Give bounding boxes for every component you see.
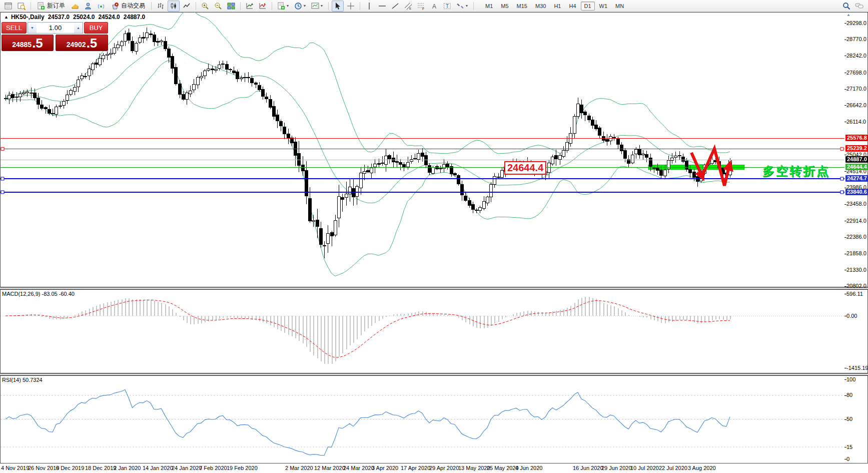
channel-letter: E (409, 7, 411, 10)
ohlc-close: 24887.0 (124, 14, 145, 21)
collapse-panel-icon[interactable]: ▲ (4, 15, 9, 20)
timeframe-m30[interactable]: M30 (532, 2, 549, 11)
signals-icon[interactable] (95, 1, 107, 12)
toolbar-separator (272, 2, 272, 10)
panel-splitter[interactable] (0, 287, 868, 289)
macd-panel[interactable] (0, 289, 868, 373)
new-order-icon (37, 2, 45, 10)
search-icon[interactable] (840, 1, 852, 12)
toolbar-separator (240, 2, 241, 10)
text-letter: A (432, 3, 436, 10)
toolbar-separator (196, 2, 196, 10)
buy-price[interactable]: 24902 .5 (56, 35, 108, 51)
line-chart-type-icon[interactable] (181, 1, 193, 12)
volume-decrease-button[interactable]: ▼ (28, 23, 37, 33)
toolbar-separator (151, 2, 152, 10)
sell-button[interactable]: SELL (2, 22, 27, 34)
volume-increase-button[interactable]: ▲ (74, 23, 83, 33)
timeframe-group: M1M5M15M30H1H4D1W1MN (481, 2, 628, 11)
add-indicator-dropdown[interactable]: ▼ (275, 1, 291, 12)
zoom-out-icon[interactable] (212, 1, 224, 12)
new-order-label: 新订单 (47, 2, 65, 10)
price-annotation-box[interactable]: 24644.4 (504, 161, 546, 175)
toolbar-separator (328, 2, 329, 10)
chevron-down-icon: ▼ (320, 4, 324, 8)
crosshair-tool-icon[interactable] (345, 1, 357, 12)
templates-dropdown[interactable]: ▼ (309, 1, 325, 12)
timeframe-m15[interactable]: M15 (513, 2, 531, 11)
auto-trading-button[interactable]: 自动交易 (109, 1, 148, 12)
zoom-in-icon[interactable] (199, 1, 211, 12)
horizontal-line-tool-icon[interactable] (376, 1, 388, 12)
turning-point-annotation[interactable]: 多空转折点 (762, 163, 830, 179)
label-letter: T (446, 4, 449, 9)
timeframe-m5[interactable]: M5 (497, 2, 512, 11)
buy-button[interactable]: BUY (84, 22, 108, 34)
toolbar-separator (360, 2, 360, 10)
timeframe-m1[interactable]: M1 (482, 2, 496, 11)
new-order-button[interactable]: 新订单 (35, 1, 68, 12)
trendline-tool-icon[interactable] (389, 1, 401, 12)
chevron-down-icon: ▼ (303, 4, 307, 8)
equidistant-channel-tool-icon[interactable]: E (402, 1, 414, 12)
vertical-line-tool-icon[interactable] (363, 1, 375, 12)
auto-trading-icon (111, 2, 119, 10)
indicators-list-icon[interactable] (257, 1, 269, 12)
community-chat-icon[interactable] (853, 1, 865, 12)
market-watch-icon[interactable] (3, 1, 15, 12)
panel-splitter[interactable] (0, 373, 868, 375)
main-chart-panel[interactable] (0, 12, 868, 287)
time-axis[interactable] (0, 463, 868, 473)
buy-price-main: 24902 (67, 40, 86, 50)
ohlc-high: 25024.0 (73, 14, 95, 21)
terminal-user-icon[interactable] (82, 1, 94, 12)
text-label-tool-icon[interactable]: T (441, 1, 453, 12)
timeframe-d1[interactable]: D1 (581, 2, 595, 11)
volume-value[interactable]: 1.00 (37, 24, 74, 32)
chart-header: ▲ HK50-,Daily 24537.0 25024.0 24524.0 24… (4, 14, 149, 21)
sell-price-main: 24885 (12, 40, 32, 50)
arrows-tool-dropdown[interactable]: ▼ (454, 1, 470, 12)
sell-price-frac: .5 (32, 37, 43, 50)
rsi-panel[interactable] (0, 375, 868, 463)
scroll-up-icon[interactable]: ▲ (846, 13, 850, 17)
volume-stepper[interactable]: ▼ 1.00 ▲ (28, 22, 83, 34)
toolbar-separator (473, 2, 474, 10)
ohlc-low: 24524.0 (98, 14, 120, 21)
buy-price-frac: .5 (87, 37, 98, 50)
fibonacci-tool-icon[interactable]: F (415, 1, 427, 12)
timeframe-w1[interactable]: W1 (596, 2, 611, 11)
period-dropdown[interactable]: ▼ (292, 1, 308, 12)
symbol-period-label: HK50-,Daily (11, 14, 45, 21)
tile-windows-icon[interactable] (225, 1, 237, 12)
navigator-icon[interactable] (16, 1, 28, 12)
chevron-down-icon: ▼ (286, 4, 290, 8)
candlestick-chart-type-icon[interactable] (168, 1, 180, 12)
timeframe-mn[interactable]: MN (612, 2, 627, 11)
bar-chart-type-icon[interactable] (155, 1, 167, 12)
main-toolbar: 新订单 自动交易 ▼ ▼ ▼ (0, 0, 868, 12)
cursor-tool-icon[interactable] (332, 1, 344, 12)
one-click-trading-panel: SELL ▼ 1.00 ▲ BUY 24885 .5 24902 .5 (2, 22, 108, 51)
ohlc-open: 24537.0 (48, 14, 70, 21)
sell-price[interactable]: 24885 .5 (2, 35, 54, 51)
text-tool-icon[interactable]: A (428, 1, 440, 12)
chevron-down-icon: ▼ (465, 4, 469, 8)
auto-trading-label: 自动交易 (121, 2, 145, 10)
indicators-window-icon[interactable] (244, 1, 256, 12)
timeframe-h4[interactable]: H4 (565, 2, 579, 11)
chart-profiles-icon[interactable] (69, 1, 81, 12)
toolbar-separator (31, 2, 31, 10)
fibo-letter: F (422, 7, 424, 10)
timeframe-h1[interactable]: H1 (550, 2, 564, 11)
